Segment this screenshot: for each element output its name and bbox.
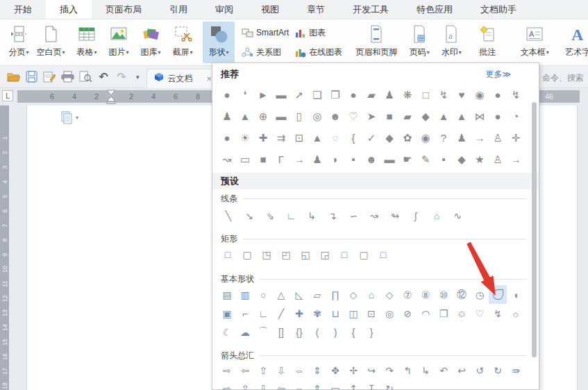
shape-recommended-r4c1[interactable]: ↝ xyxy=(218,149,236,170)
shape-recommended-r4c3[interactable]: ■ xyxy=(254,149,272,170)
shape-basic-shapes-r1c4[interactable]: △ xyxy=(272,285,290,304)
shape-recommended-r3c13[interactable]: ? xyxy=(435,127,453,149)
shape-recommended-r2c6[interactable]: ◎ xyxy=(308,105,326,127)
tab-view[interactable]: 视图 xyxy=(247,0,293,19)
shape-arrows-r1c7[interactable]: ✥ xyxy=(326,362,344,380)
shape-arrows-r2c2[interactable]: ⇧ xyxy=(236,380,254,390)
shape-recommended-r2c11[interactable]: ▰ xyxy=(398,105,417,127)
shape-basic-shapes-r3c1[interactable]: ☾ xyxy=(218,323,236,341)
smartart-button[interactable]: SmartArt xyxy=(239,24,292,41)
shape-recommended-r2c2[interactable]: ▲ xyxy=(236,105,254,127)
shape-basic-shapes-r2c17[interactable]: ☼ xyxy=(507,304,525,323)
shape-lines-r1c8[interactable]: ↝ xyxy=(364,206,385,226)
shape-recommended-r2c15[interactable]: ⋈ xyxy=(471,105,489,127)
shape-arrows-r1c2[interactable]: ⇦ xyxy=(236,362,254,380)
shape-basic-shapes-r3c9[interactable]: } xyxy=(362,323,380,341)
shape-recommended-r1c7[interactable]: ❐ xyxy=(326,84,344,105)
shape-rectangles-r1c7[interactable]: □ xyxy=(335,245,354,264)
tab-special-features[interactable]: 特色应用 xyxy=(403,0,467,19)
shape-basic-shapes-r2c7[interactable]: ⊔ xyxy=(326,304,344,323)
textbox-button[interactable]: A文本框▾ xyxy=(507,22,562,63)
shape-basic-shapes-r1c10[interactable]: ◇ xyxy=(380,285,398,304)
shape-rectangles-r1c8[interactable]: ▢ xyxy=(354,245,373,264)
shape-basic-shapes-r1c9[interactable]: ⌂ xyxy=(362,285,380,304)
undo-icon[interactable]: ↶ xyxy=(94,69,112,85)
shape-lines-r1c3[interactable]: ⇘ xyxy=(260,206,280,226)
shape-basic-shapes-r3c3[interactable]: ⌒ xyxy=(254,323,272,341)
shape-recommended-r4c15[interactable]: ★ xyxy=(471,149,489,170)
shape-arrows-r1c12[interactable]: ↳ xyxy=(417,362,435,380)
shape-lines-r1c5[interactable]: ↳ xyxy=(301,206,322,226)
shape-recommended-r1c13[interactable]: ↯ xyxy=(435,84,453,105)
shape-recommended-r1c12[interactable]: □ xyxy=(417,84,435,105)
shape-recommended-r4c13[interactable]: ▪ xyxy=(435,149,453,170)
shape-basic-shapes-r1c15[interactable]: ◷ xyxy=(471,285,489,304)
shape-basic-shapes-r1c1[interactable]: ▤ xyxy=(218,285,236,304)
shape-recommended-r4c6[interactable]: ♟ xyxy=(308,149,326,170)
shape-basic-shapes-r3c6[interactable]: ( xyxy=(308,323,326,341)
tab-stop-selector[interactable]: L xyxy=(2,90,13,101)
tab-dev-tools[interactable]: 开发工具 xyxy=(339,0,403,19)
shape-recommended-r3c17[interactable]: ✛ xyxy=(507,127,525,149)
shape-basic-shapes-r2c10[interactable]: ◎ xyxy=(380,304,398,323)
shape-recommended-r2c7[interactable]: ☻ xyxy=(326,105,344,127)
shape-basic-shapes-r2c9[interactable]: ⊡ xyxy=(362,304,380,323)
shape-arrows-r2c9[interactable]: ↧ xyxy=(362,380,380,390)
shape-recommended-r3c8[interactable]: { xyxy=(344,127,362,149)
shape-recommended-r2c5[interactable]: ▯ xyxy=(290,105,308,127)
shape-lines-r1c4[interactable]: ∟ xyxy=(280,206,301,226)
shape-recommended-r4c10[interactable]: ▬ xyxy=(380,149,398,170)
shape-recommended-r4c11[interactable]: ☛ xyxy=(398,149,417,170)
shape-recommended-r1c9[interactable]: ▰ xyxy=(362,84,380,105)
shape-recommended-r2c10[interactable]: ■ xyxy=(380,105,398,127)
shape-recommended-r1c1[interactable]: ● xyxy=(218,84,236,105)
page-break-button[interactable]: 分页▾ xyxy=(3,22,35,63)
shape-recommended-r1c11[interactable]: ❋ xyxy=(398,84,417,105)
shape-rectangles-r1c1[interactable]: □ xyxy=(218,245,237,264)
shape-arrows-r2c8[interactable]: ↥ xyxy=(344,380,362,390)
shape-basic-shapes-r2c15[interactable]: ♡ xyxy=(471,304,489,323)
shape-recommended-r3c16[interactable]: ♙ xyxy=(489,127,507,149)
shape-basic-shapes-r3c7[interactable]: ) xyxy=(326,323,344,341)
shape-arrows-r1c5[interactable]: ⇔ xyxy=(290,362,308,380)
shape-arrows-r1c6[interactable]: ⇕ xyxy=(308,362,326,380)
shape-arrows-r1c14[interactable]: ↩ xyxy=(453,362,471,380)
shape-recommended-r1c16[interactable]: ● xyxy=(489,84,507,105)
shape-recommended-r4c4[interactable]: Γ xyxy=(272,149,290,170)
open-folder-icon[interactable] xyxy=(4,69,22,85)
shape-recommended-r3c2[interactable]: ☀ xyxy=(236,127,254,149)
shape-recommended-r1c17[interactable]: ↯ xyxy=(507,84,525,105)
watermark-button[interactable]: a水印▾ xyxy=(435,22,467,63)
shape-rectangles-r1c9[interactable]: □ xyxy=(373,245,393,264)
shape-basic-shapes-r1c5[interactable]: ◺ xyxy=(290,285,308,304)
picture-button[interactable]: 图片▾ xyxy=(103,22,135,63)
shape-recommended-r2c1[interactable]: ♟ xyxy=(218,105,236,127)
shape-basic-shapes-r2c16[interactable]: ↯ xyxy=(489,304,507,323)
shape-basic-shapes-r2c8[interactable]: ◫ xyxy=(344,304,362,323)
blank-page-button[interactable]: 空白页▾ xyxy=(35,22,67,63)
chart-button[interactable]: 图表 xyxy=(292,24,345,41)
close-doc-icon[interactable]: × xyxy=(207,74,212,84)
shape-lines-r1c12[interactable]: ∿ xyxy=(447,206,468,226)
tab-review[interactable]: 审阅 xyxy=(201,0,247,19)
shape-basic-shapes-r2c1[interactable]: ▣ xyxy=(218,304,236,323)
shape-rectangles-r1c4[interactable]: ◰ xyxy=(276,245,296,264)
tab-doc-assistant[interactable]: 文档助手 xyxy=(467,0,530,19)
shape-recommended-r1c4[interactable]: ▬ xyxy=(272,84,290,105)
redo-icon[interactable]: ↷ xyxy=(112,69,131,85)
shape-recommended-r2c17[interactable]: ◔ xyxy=(507,105,525,127)
shape-recommended-r4c12[interactable]: ✎ xyxy=(417,149,435,170)
shape-recommended-r2c13[interactable]: ▲ xyxy=(435,105,453,127)
shape-arrows-r2c7[interactable]: ▭ xyxy=(326,380,344,390)
shape-arrows-r2c10[interactable]: ↻ xyxy=(380,380,398,390)
shape-rectangles-r1c5[interactable]: ◱ xyxy=(296,245,315,264)
quickbar-more-icon[interactable]: ▾ xyxy=(136,74,140,80)
shape-recommended-r2c14[interactable]: ▲ xyxy=(453,105,471,127)
shape-basic-shapes-r2c6[interactable]: ✾ xyxy=(308,304,326,323)
shape-lines-r1c1[interactable]: ╲ xyxy=(218,206,239,226)
print-preview-icon[interactable] xyxy=(76,69,94,85)
shape-recommended-r2c12[interactable]: ◆ xyxy=(417,105,435,127)
shape-recommended-r4c8[interactable]: ▪ xyxy=(344,149,362,170)
panel-scrollbar-thumb[interactable] xyxy=(532,102,537,357)
shape-recommended-r3c1[interactable]: ● xyxy=(218,127,236,149)
